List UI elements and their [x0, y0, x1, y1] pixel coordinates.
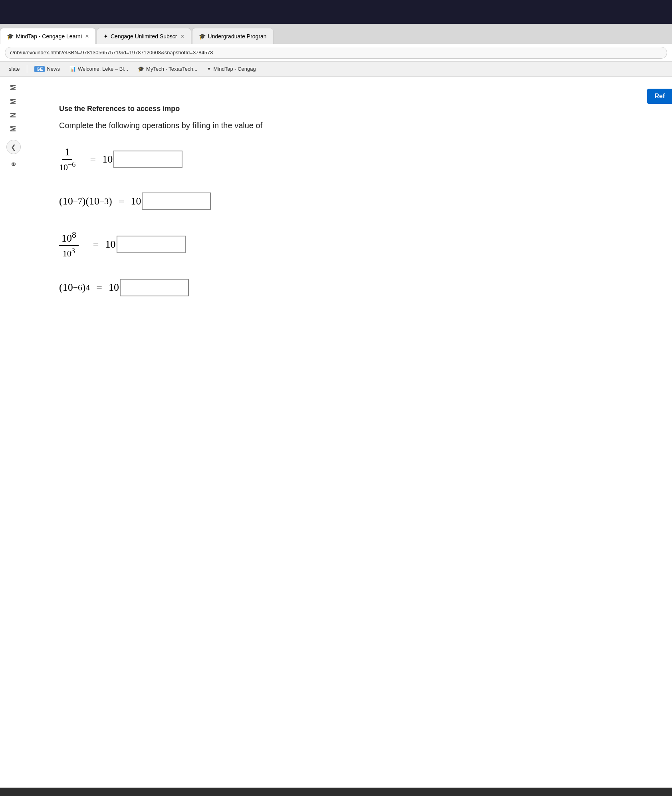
welcome-icon: 📊: [69, 66, 76, 72]
sidebar-collapse-button[interactable]: ❮: [6, 140, 21, 154]
main-content: Use the References to access impo Comple…: [27, 89, 672, 332]
sidebar-letter-m3: M: [9, 126, 18, 132]
tab-mindtap[interactable]: 🎓 MindTap - Cengage Learni ✕: [0, 28, 96, 44]
ten-base-2: 10: [131, 195, 141, 207]
ten-base-4: 10: [109, 282, 119, 294]
fraction-1: 1 10−6: [59, 146, 76, 173]
fraction-1-numerator: 1: [62, 146, 72, 160]
mytech-icon: 🎓: [138, 66, 144, 72]
tab-cengage-label: Cengage Unlimited Subscr: [111, 33, 177, 40]
bookmarks-bar: slate GE News 📊 Welcome, Leke – Bl... 🎓 …: [0, 62, 672, 77]
ref-button-label: Ref: [654, 93, 665, 99]
answer-input-2[interactable]: [142, 193, 211, 210]
os-bar: [0, 0, 672, 24]
cengage-tab-icon: ✦: [103, 33, 108, 40]
sidebar-letter-m1: M: [9, 85, 18, 91]
problem-3: 108 103 = 10: [59, 230, 648, 259]
bookmark-slate[interactable]: slate: [5, 64, 24, 73]
bookmark-news[interactable]: GE News: [30, 64, 63, 74]
answer-input-4[interactable]: [120, 279, 189, 296]
bookmark-mytech-label: MyTech - TexasTech...: [146, 66, 197, 72]
mindtap-tab-icon: 🎓: [7, 33, 14, 40]
bookmark-welcome-label: Welcome, Leke – Bl...: [78, 66, 128, 72]
tab-mindtap-close[interactable]: ✕: [85, 34, 89, 39]
ge-icon: GE: [34, 66, 45, 72]
tab-cengage-close[interactable]: ✕: [180, 34, 184, 39]
ten-base-3: 10: [105, 238, 116, 250]
ten-base-1: 10: [102, 153, 113, 165]
equals-2: =: [119, 195, 125, 207]
paren-2b: (10−3): [85, 195, 112, 207]
problem-1: 1 10−6 = 10: [59, 146, 648, 173]
equals-3: =: [93, 238, 99, 250]
equals-1: =: [90, 153, 96, 165]
tab-undergraduate[interactable]: 🎓 Undergraduate Progran: [192, 28, 274, 44]
instruction-sub: Complete the following operations by fil…: [59, 121, 648, 130]
answer-input-3[interactable]: [117, 236, 186, 253]
address-input[interactable]: [5, 47, 667, 59]
fraction-3-denominator: 103: [63, 246, 75, 259]
address-bar-row: [0, 44, 672, 62]
bookmark-welcome[interactable]: 📊 Welcome, Leke – Bl...: [65, 64, 132, 73]
bookmark-mytech[interactable]: 🎓 MyTech - TexasTech...: [134, 64, 201, 73]
sidebar-letter-m2: M: [9, 99, 18, 105]
fraction-3: 108 103: [59, 230, 79, 259]
expr-4: (10−6)4: [59, 282, 90, 294]
equals-4: =: [96, 282, 102, 294]
sidebar-letter-e: e: [9, 162, 18, 166]
undergraduate-tab-icon: 🎓: [199, 33, 206, 40]
instruction-main: Use the References to access impo: [59, 105, 648, 113]
tab-cengage[interactable]: ✦ Cengage Unlimited Subscr ✕: [97, 28, 191, 44]
bookmark-mindtap-label: MindTap - Cengag: [213, 66, 256, 72]
fraction-1-denominator: 10−6: [59, 160, 76, 173]
page-content: M M N M ❮ e Ref Use the References to ac…: [0, 77, 672, 788]
ref-button[interactable]: Ref: [647, 89, 672, 104]
browser-chrome: 🎓 MindTap - Cengage Learni ✕ ✦ Cengage U…: [0, 24, 672, 77]
bookmark-slate-label: slate: [9, 66, 20, 72]
fraction-3-numerator: 108: [59, 230, 79, 246]
mindtap-bookmark-icon: ✦: [207, 66, 211, 72]
problem-2: (10−7) (10−3) = 10: [59, 193, 648, 210]
bookmark-separator-1: [27, 65, 27, 73]
tab-bar: 🎓 MindTap - Cengage Learni ✕ ✦ Cengage U…: [0, 24, 672, 44]
expr-2: (10−7) (10−3): [59, 195, 112, 207]
answer-input-1[interactable]: [113, 151, 182, 168]
bookmark-news-label: News: [47, 66, 60, 72]
left-sidebar: M M N M ❮ e: [0, 77, 27, 788]
tab-undergraduate-label: Undergraduate Progran: [208, 33, 267, 40]
paren-4: (10−6)4: [59, 282, 90, 294]
bookmark-mindtap[interactable]: ✦ MindTap - Cengag: [203, 64, 260, 73]
paren-2a: (10−7): [59, 195, 85, 207]
problem-4: (10−6)4 = 10: [59, 279, 648, 296]
tab-mindtap-label: MindTap - Cengage Learni: [16, 33, 82, 40]
sidebar-letter-n: N: [9, 113, 18, 118]
